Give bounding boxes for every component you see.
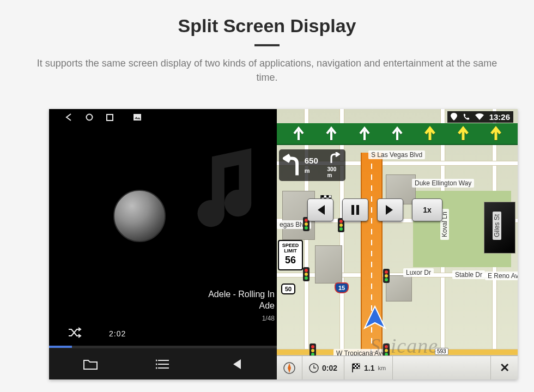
- svg-rect-14: [351, 205, 354, 215]
- svg-rect-22: [355, 365, 356, 367]
- svg-rect-1: [107, 114, 113, 120]
- svg-rect-21: [356, 364, 358, 365]
- vehicle-cursor-icon: [362, 305, 387, 333]
- speed-limit-value: 56: [279, 255, 302, 266]
- shield-interstate: 15: [335, 282, 349, 293]
- sim-next-button[interactable]: [377, 198, 403, 221]
- remaining-distance-unit: km: [378, 365, 386, 371]
- turn-panel[interactable]: 650 m 300 m: [279, 149, 345, 181]
- location-icon: [451, 113, 457, 120]
- svg-rect-15: [356, 205, 359, 215]
- svg-point-5: [156, 367, 157, 369]
- svg-rect-23: [358, 365, 360, 367]
- remaining-distance: 1.1: [364, 364, 374, 372]
- lane-arrow-icon: [358, 126, 371, 141]
- android-status-bar: 13:26: [277, 109, 518, 124]
- elapsed-time: 2:02: [109, 329, 126, 338]
- turn-distance-sub-unit: m: [327, 172, 332, 178]
- lane-arrow-highlight-icon: [489, 126, 502, 141]
- clock-icon: [309, 363, 319, 373]
- svg-rect-25: [356, 367, 358, 369]
- shuffle-icon[interactable]: [68, 327, 82, 340]
- track-metadata: Adele - Rolling In Ade 1/48: [49, 288, 277, 323]
- svg-point-3: [156, 359, 157, 361]
- lane-guidance: [277, 123, 518, 145]
- turn-left-icon: [282, 154, 302, 177]
- playlist-button[interactable]: [147, 359, 179, 370]
- transport-row: 2:02: [49, 323, 277, 346]
- device-screenshot: Adele - Rolling In Ade 1/48 2:02: [49, 109, 518, 379]
- recents-icon[interactable]: [106, 113, 114, 122]
- page-subtitle: It supports the same screen display of t…: [30, 56, 504, 85]
- speed-limit-label: SPEED LIMIT: [282, 243, 299, 254]
- title-underline: [254, 44, 280, 46]
- lane-arrow-icon: [325, 126, 338, 141]
- phone-icon: [463, 113, 470, 120]
- eta-value: 0:02: [322, 364, 337, 372]
- svg-rect-9: [326, 195, 329, 198]
- label-giles: Giles St: [493, 212, 501, 240]
- close-button[interactable]: ✕: [490, 356, 518, 379]
- lane-arrow-icon: [391, 126, 404, 141]
- player-bottom-bar: [49, 348, 277, 379]
- navigation-pane: S Las Vegas Blvd Duke Ellington Way W Tr…: [277, 109, 518, 379]
- lane-arrow-highlight-icon: [457, 126, 470, 141]
- lane-arrow-highlight-icon: [423, 126, 436, 141]
- virtual-joystick[interactable]: [113, 190, 166, 242]
- picture-icon[interactable]: [134, 114, 141, 120]
- turn-right-sub-icon: [329, 152, 340, 164]
- wifi-icon: [475, 113, 484, 120]
- music-note-icon: [151, 130, 293, 250]
- label-stable: Stable Dr: [452, 270, 485, 279]
- lane-arrow-icon: [292, 126, 305, 141]
- label-duke: Duke Ellington Way: [412, 179, 474, 188]
- music-pane: Adele - Rolling In Ade 1/48 2:02: [49, 109, 277, 379]
- compass-button[interactable]: [277, 356, 302, 379]
- turn-distance-main: 650: [305, 156, 318, 165]
- page-title: Split Screen Display: [0, 0, 534, 37]
- eta-segment[interactable]: 0:02: [302, 356, 344, 379]
- watermark: Seicane: [370, 334, 438, 358]
- progress-bar[interactable]: [49, 346, 277, 348]
- distance-segment[interactable]: 1.1 km: [344, 356, 393, 379]
- android-nav-bar: [49, 109, 277, 125]
- svg-rect-2: [134, 114, 141, 120]
- turn-distance-main-unit: m: [305, 167, 310, 174]
- clock: 13:26: [489, 112, 510, 122]
- sim-pause-button[interactable]: [342, 198, 368, 221]
- label-reno: E Reno Ave: [485, 272, 518, 280]
- svg-rect-24: [353, 367, 355, 369]
- speed-limit-sign: SPEED LIMIT 56: [278, 240, 303, 270]
- svg-point-4: [156, 363, 157, 365]
- turn-distance-sub: 300: [327, 166, 337, 172]
- sim-prev-button[interactable]: [307, 198, 333, 221]
- folder-button[interactable]: [74, 358, 107, 370]
- track-title: Adele - Rolling In: [49, 288, 275, 300]
- label-s-las-vegas: S Las Vegas Blvd: [368, 150, 425, 159]
- back-icon[interactable]: [64, 113, 73, 122]
- svg-point-0: [87, 114, 93, 120]
- home-icon[interactable]: [85, 113, 94, 122]
- track-index: 1/48: [49, 314, 275, 323]
- label-luxor: Luxor Dr: [403, 268, 434, 277]
- shield-us-route: 50: [281, 284, 295, 294]
- previous-button[interactable]: [219, 358, 252, 370]
- nav-bottom-bar: 0:02 1.1 km ✕: [277, 355, 518, 379]
- sim-controls: 1x: [307, 198, 442, 221]
- svg-rect-20: [353, 364, 355, 365]
- sim-speed-button[interactable]: 1x: [412, 198, 442, 221]
- track-artist: Ade: [49, 300, 275, 312]
- flag-icon: [351, 363, 361, 373]
- album-art-area: [49, 125, 277, 288]
- svg-rect-8: [321, 195, 324, 198]
